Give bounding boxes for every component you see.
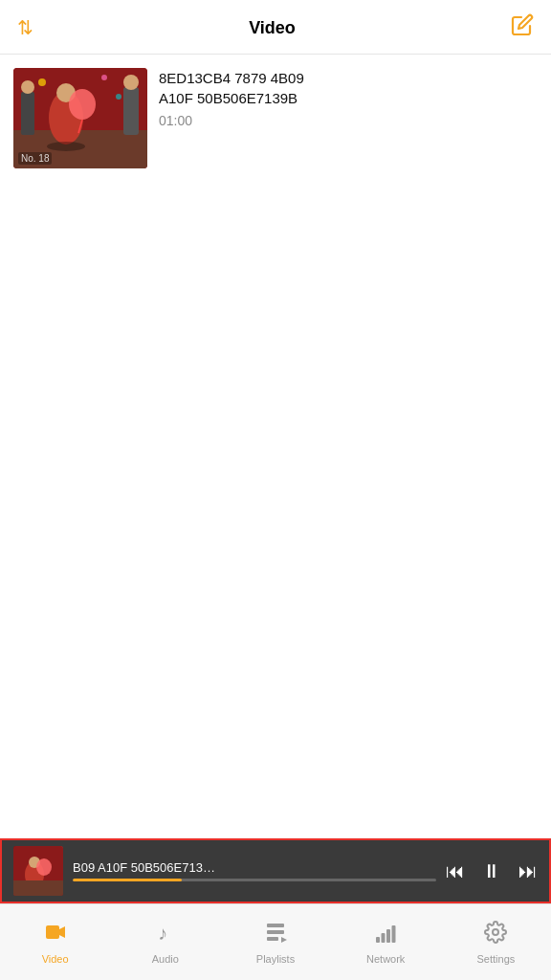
video-title: 8ED13CB4 7879 4B09A10F 50B506E7139B (159, 68, 538, 108)
svg-text:♪: ♪ (158, 923, 167, 944)
thumbnail-watermark: No. 18 (18, 152, 52, 165)
svg-point-21 (36, 858, 52, 876)
mini-player-info: B09 A10F 50B506E713… (73, 860, 436, 881)
svg-point-15 (101, 75, 107, 80)
network-nav-icon (374, 921, 397, 949)
svg-rect-10 (123, 87, 139, 135)
nav-label-video: Video (42, 953, 69, 965)
svg-rect-30 (376, 937, 380, 943)
svg-marker-29 (281, 937, 287, 943)
nav-label-audio: Audio (152, 953, 179, 965)
mini-player-progress-fill (73, 879, 182, 881)
video-thumbnail: No. 18 (13, 68, 147, 168)
mini-player-progress-bar[interactable] (73, 879, 436, 881)
mini-player-title: B09 A10F 50B506E713… (73, 860, 436, 875)
svg-point-8 (69, 89, 96, 120)
mini-player-thumbnail (13, 846, 63, 896)
mini-player-controls: ⏮ ⏸ ⏭ (446, 860, 538, 882)
mini-player[interactable]: B09 A10F 50B506E713… ⏮ ⏸ ⏭ (0, 838, 551, 903)
previous-button[interactable]: ⏮ (446, 860, 465, 882)
svg-point-16 (116, 94, 121, 100)
nav-item-video[interactable]: Video (0, 904, 110, 980)
settings-nav-icon (484, 921, 507, 949)
nav-label-settings: Settings (477, 953, 516, 965)
page-title: Video (249, 18, 296, 38)
svg-rect-26 (267, 924, 284, 927)
sort-icon[interactable]: ⇅ (17, 15, 33, 40)
video-nav-icon (44, 921, 67, 949)
bottom-navigation: Video ♪ ♪ Audio Playlists (0, 903, 551, 980)
pause-button[interactable]: ⏸ (482, 860, 501, 882)
svg-rect-12 (21, 92, 34, 135)
svg-marker-24 (59, 926, 65, 938)
nav-item-audio[interactable]: ♪ ♪ Audio (110, 904, 220, 980)
next-button[interactable]: ⏭ (518, 860, 538, 882)
video-list-content: No. 18 8ED13CB4 7879 4B09A10F 50B506E713… (0, 55, 551, 838)
nav-item-settings[interactable]: Settings (441, 904, 551, 980)
edit-icon[interactable] (511, 13, 534, 42)
video-list-item[interactable]: No. 18 8ED13CB4 7879 4B09A10F 50B506E713… (13, 68, 538, 168)
audio-nav-icon: ♪ ♪ (154, 921, 177, 949)
svg-rect-28 (267, 937, 278, 941)
svg-point-14 (38, 78, 46, 86)
svg-point-34 (493, 929, 498, 935)
svg-point-13 (21, 80, 34, 94)
svg-point-17 (47, 142, 85, 151)
svg-rect-32 (386, 929, 390, 943)
nav-item-playlists[interactable]: Playlists (220, 904, 330, 980)
svg-rect-23 (46, 925, 59, 939)
svg-point-11 (123, 75, 139, 90)
app-header: ⇅ Video (0, 0, 551, 55)
svg-rect-22 (13, 880, 63, 896)
svg-rect-31 (382, 933, 386, 943)
nav-item-network[interactable]: Network (331, 904, 441, 980)
playlists-nav-icon (264, 921, 287, 949)
nav-label-playlists: Playlists (256, 953, 295, 965)
nav-label-network: Network (366, 953, 405, 965)
svg-rect-33 (392, 925, 396, 943)
video-duration: 01:00 (159, 113, 538, 128)
svg-rect-27 (267, 930, 284, 934)
video-item-info: 8ED13CB4 7879 4B09A10F 50B506E7139B 01:0… (159, 68, 538, 128)
